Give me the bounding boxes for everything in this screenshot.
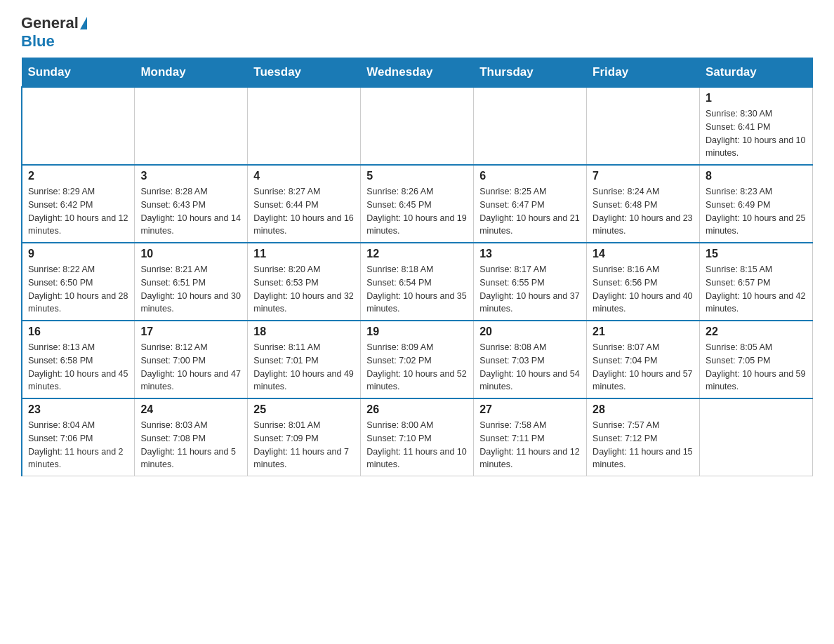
day-number: 13 (479, 248, 581, 260)
calendar-cell: 3Sunrise: 8:28 AM Sunset: 6:43 PM Daylig… (135, 165, 248, 243)
calendar-week-row: 9Sunrise: 8:22 AM Sunset: 6:50 PM Daylig… (22, 243, 813, 321)
calendar-cell: 28Sunrise: 7:57 AM Sunset: 7:12 PM Dayli… (587, 398, 700, 476)
day-info: Sunrise: 8:21 AM Sunset: 6:51 PM Dayligh… (140, 263, 241, 316)
day-info: Sunrise: 8:12 AM Sunset: 7:00 PM Dayligh… (140, 341, 241, 394)
day-info: Sunrise: 8:29 AM Sunset: 6:42 PM Dayligh… (28, 185, 128, 238)
day-number: 19 (366, 326, 468, 338)
calendar-cell (587, 87, 700, 165)
day-info: Sunrise: 8:20 AM Sunset: 6:53 PM Dayligh… (253, 263, 355, 316)
calendar-cell: 19Sunrise: 8:09 AM Sunset: 7:02 PM Dayli… (361, 321, 474, 398)
calendar-cell: 7Sunrise: 8:24 AM Sunset: 6:48 PM Daylig… (587, 165, 700, 243)
calendar-cell (248, 87, 361, 165)
day-number: 20 (479, 326, 581, 338)
calendar-cell: 15Sunrise: 8:15 AM Sunset: 6:57 PM Dayli… (700, 243, 813, 321)
calendar-cell: 27Sunrise: 7:58 AM Sunset: 7:11 PM Dayli… (474, 398, 587, 476)
day-number: 1 (706, 92, 807, 105)
calendar-cell: 13Sunrise: 8:17 AM Sunset: 6:55 PM Dayli… (474, 243, 587, 321)
day-number: 6 (479, 170, 581, 182)
day-number: 21 (593, 326, 694, 338)
calendar-cell (474, 87, 587, 165)
day-info: Sunrise: 8:09 AM Sunset: 7:02 PM Dayligh… (366, 341, 468, 394)
day-info: Sunrise: 7:57 AM Sunset: 7:12 PM Dayligh… (593, 419, 694, 471)
day-number: 26 (366, 403, 468, 416)
day-info: Sunrise: 8:28 AM Sunset: 6:43 PM Dayligh… (140, 185, 241, 238)
calendar-cell: 5Sunrise: 8:26 AM Sunset: 6:45 PM Daylig… (361, 165, 474, 243)
day-number: 16 (28, 326, 128, 338)
calendar-header-saturday: Saturday (700, 58, 813, 88)
calendar-cell (22, 87, 135, 165)
day-number: 11 (253, 248, 355, 260)
calendar-week-row: 1Sunrise: 8:30 AM Sunset: 6:41 PM Daylig… (22, 87, 813, 165)
calendar-header-tuesday: Tuesday (248, 58, 361, 88)
day-info: Sunrise: 7:58 AM Sunset: 7:11 PM Dayligh… (479, 419, 581, 471)
day-info: Sunrise: 8:11 AM Sunset: 7:01 PM Dayligh… (253, 341, 355, 394)
day-info: Sunrise: 8:01 AM Sunset: 7:09 PM Dayligh… (253, 419, 355, 471)
day-number: 28 (593, 403, 694, 416)
day-number: 25 (253, 403, 355, 416)
calendar-week-row: 23Sunrise: 8:04 AM Sunset: 7:06 PM Dayli… (22, 398, 813, 476)
day-number: 3 (140, 170, 241, 182)
logo-blue-text: Blue (21, 32, 55, 50)
day-number: 24 (140, 403, 241, 416)
day-info: Sunrise: 8:18 AM Sunset: 6:54 PM Dayligh… (366, 263, 468, 316)
day-number: 18 (253, 326, 355, 338)
day-info: Sunrise: 8:03 AM Sunset: 7:08 PM Dayligh… (140, 419, 241, 471)
calendar-header-wednesday: Wednesday (361, 58, 474, 88)
calendar-cell: 14Sunrise: 8:16 AM Sunset: 6:56 PM Dayli… (587, 243, 700, 321)
calendar-cell: 22Sunrise: 8:05 AM Sunset: 7:05 PM Dayli… (700, 321, 813, 398)
day-info: Sunrise: 8:15 AM Sunset: 6:57 PM Dayligh… (706, 263, 807, 316)
day-info: Sunrise: 8:24 AM Sunset: 6:48 PM Dayligh… (593, 185, 694, 238)
calendar-header-sunday: Sunday (22, 58, 135, 88)
day-number: 27 (479, 403, 581, 416)
day-info: Sunrise: 8:25 AM Sunset: 6:47 PM Dayligh… (479, 185, 581, 238)
calendar-header-row: SundayMondayTuesdayWednesdayThursdayFrid… (22, 58, 813, 88)
logo: General Blue (21, 14, 88, 51)
calendar-cell: 4Sunrise: 8:27 AM Sunset: 6:44 PM Daylig… (248, 165, 361, 243)
calendar-cell: 10Sunrise: 8:21 AM Sunset: 6:51 PM Dayli… (135, 243, 248, 321)
day-number: 17 (140, 326, 241, 338)
calendar-cell: 26Sunrise: 8:00 AM Sunset: 7:10 PM Dayli… (361, 398, 474, 476)
day-info: Sunrise: 8:08 AM Sunset: 7:03 PM Dayligh… (479, 341, 581, 394)
calendar-week-row: 2Sunrise: 8:29 AM Sunset: 6:42 PM Daylig… (22, 165, 813, 243)
logo-triangle-icon (80, 17, 87, 29)
day-info: Sunrise: 8:23 AM Sunset: 6:49 PM Dayligh… (706, 185, 807, 238)
calendar-cell (700, 398, 813, 476)
calendar-cell: 12Sunrise: 8:18 AM Sunset: 6:54 PM Dayli… (361, 243, 474, 321)
calendar-cell: 9Sunrise: 8:22 AM Sunset: 6:50 PM Daylig… (22, 243, 135, 321)
calendar-cell: 17Sunrise: 8:12 AM Sunset: 7:00 PM Dayli… (135, 321, 248, 398)
calendar-cell: 24Sunrise: 8:03 AM Sunset: 7:08 PM Dayli… (135, 398, 248, 476)
calendar-cell: 6Sunrise: 8:25 AM Sunset: 6:47 PM Daylig… (474, 165, 587, 243)
day-number: 23 (28, 403, 128, 416)
calendar-cell: 25Sunrise: 8:01 AM Sunset: 7:09 PM Dayli… (248, 398, 361, 476)
calendar-cell: 20Sunrise: 8:08 AM Sunset: 7:03 PM Dayli… (474, 321, 587, 398)
calendar-header-friday: Friday (587, 58, 700, 88)
calendar-cell: 8Sunrise: 8:23 AM Sunset: 6:49 PM Daylig… (700, 165, 813, 243)
calendar-cell: 11Sunrise: 8:20 AM Sunset: 6:53 PM Dayli… (248, 243, 361, 321)
calendar-table: SundayMondayTuesdayWednesdayThursdayFrid… (21, 58, 813, 476)
day-info: Sunrise: 8:17 AM Sunset: 6:55 PM Dayligh… (479, 263, 581, 316)
day-number: 15 (706, 248, 807, 260)
day-number: 8 (706, 170, 807, 182)
day-info: Sunrise: 8:26 AM Sunset: 6:45 PM Dayligh… (366, 185, 468, 238)
day-number: 5 (366, 170, 468, 182)
day-info: Sunrise: 8:16 AM Sunset: 6:56 PM Dayligh… (593, 263, 694, 316)
day-info: Sunrise: 8:22 AM Sunset: 6:50 PM Dayligh… (28, 263, 128, 316)
day-info: Sunrise: 8:13 AM Sunset: 6:58 PM Dayligh… (28, 341, 128, 394)
day-info: Sunrise: 8:04 AM Sunset: 7:06 PM Dayligh… (28, 419, 128, 471)
day-number: 9 (28, 248, 128, 260)
calendar-cell: 2Sunrise: 8:29 AM Sunset: 6:42 PM Daylig… (22, 165, 135, 243)
calendar-cell (135, 87, 248, 165)
day-info: Sunrise: 8:30 AM Sunset: 6:41 PM Dayligh… (706, 107, 807, 160)
calendar-cell: 16Sunrise: 8:13 AM Sunset: 6:58 PM Dayli… (22, 321, 135, 398)
calendar-cell: 18Sunrise: 8:11 AM Sunset: 7:01 PM Dayli… (248, 321, 361, 398)
calendar-cell: 1Sunrise: 8:30 AM Sunset: 6:41 PM Daylig… (700, 87, 813, 165)
calendar-header-thursday: Thursday (474, 58, 587, 88)
day-number: 22 (706, 326, 807, 338)
day-number: 4 (253, 170, 355, 182)
day-number: 2 (28, 170, 128, 182)
day-info: Sunrise: 8:00 AM Sunset: 7:10 PM Dayligh… (366, 419, 468, 471)
day-info: Sunrise: 8:07 AM Sunset: 7:04 PM Dayligh… (593, 341, 694, 394)
calendar-header-monday: Monday (135, 58, 248, 88)
logo-general-text: General (21, 14, 79, 32)
calendar-cell (361, 87, 474, 165)
